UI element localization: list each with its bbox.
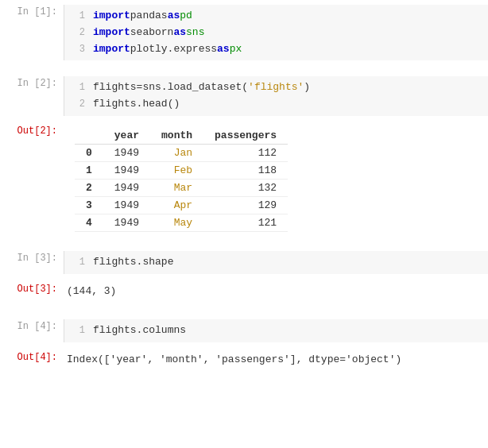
cell-month: Jan <box>150 144 203 161</box>
code-token-punc: . <box>137 254 143 271</box>
code-token-var: flights <box>93 254 137 271</box>
table-row: 01949Jan112 <box>75 144 288 161</box>
cell-in4: In [4]:1flights.columns <box>0 315 488 346</box>
line-number: 1 <box>71 255 85 270</box>
row-index: 1 <box>75 161 103 179</box>
code-line: 1flights = sns.load_dataset('flights') <box>71 79 482 96</box>
code-token-var: flights <box>93 96 137 113</box>
row-index: 3 <box>75 196 103 214</box>
code-block-in3: 1flights.shape <box>64 251 488 274</box>
code-line: 1import pandas as pd <box>71 8 482 25</box>
in-label-in4: In [4]: <box>0 319 64 332</box>
code-token-punc: = <box>137 79 143 96</box>
code-token-mod: seaborn <box>130 25 174 41</box>
code-block-in2: 1flights = sns.load_dataset('flights')2f… <box>64 76 488 116</box>
code-token-kw: import <box>93 41 130 58</box>
in-label-in3: In [3]: <box>0 251 64 264</box>
code-token-kw: import <box>93 25 130 41</box>
table-row: 41949May121 <box>75 214 288 231</box>
code-token-func: head <box>142 96 167 113</box>
code-token-kw-as: as <box>173 25 186 41</box>
code-line: 1flights.columns <box>71 322 482 339</box>
cell-year: 1949 <box>103 196 150 214</box>
code-token-alias: sns <box>186 25 204 41</box>
line-number: 3 <box>71 42 85 57</box>
output-row-in4: Out[4]:Index(['year', 'month', 'passenge… <box>0 346 488 375</box>
cell-passengers: 118 <box>203 161 288 179</box>
code-token-kw-as: as <box>217 41 230 58</box>
code-token-punc: ) <box>304 79 310 96</box>
code-token-var: flights <box>93 79 137 96</box>
out-label-in2: Out[2]: <box>0 121 64 137</box>
cell-month: Mar <box>150 179 203 196</box>
cell-passengers: 132 <box>203 179 288 196</box>
cell-year: 1949 <box>103 214 150 231</box>
cell-month: May <box>150 214 203 231</box>
code-token-func: load_dataset <box>168 79 242 96</box>
out-label-in3: Out[3]: <box>0 279 64 295</box>
cell-in3: In [3]:1flights.shape <box>0 246 488 277</box>
cell-year: 1949 <box>103 161 150 179</box>
code-token-punc: . <box>137 96 143 113</box>
cell-passengers: 121 <box>203 214 288 231</box>
code-block-in4: 1flights.columns <box>64 319 488 342</box>
line-number: 1 <box>71 9 85 24</box>
cell-in2: In [2]:1flights = sns.load_dataset('flig… <box>0 71 488 119</box>
code-line: 2flights.head() <box>71 96 482 113</box>
row-index: 4 <box>75 214 103 231</box>
table-header: passengers <box>203 127 288 145</box>
code-token-alias: pd <box>180 8 192 25</box>
code-token-var: flights <box>93 322 137 339</box>
table-header <box>75 127 103 145</box>
cell-year: 1949 <box>103 179 150 196</box>
dataframe-table: yearmonthpassengers01949Jan11211949Feb11… <box>75 127 288 232</box>
code-token-mod: plotly.express <box>130 41 217 58</box>
table-header: year <box>103 127 150 145</box>
notebook: In [1]:1import pandas as pd2import seabo… <box>0 0 488 383</box>
in-label-in1: In [1]: <box>0 5 64 17</box>
table-row: 21949Mar132 <box>75 179 288 196</box>
table-row: 31949Apr129 <box>75 196 288 214</box>
cell-in1: In [1]:1import pandas as pd2import seabo… <box>0 0 488 64</box>
out-content-in2: yearmonthpassengers01949Jan11211949Feb11… <box>64 121 488 232</box>
index-output: Index(['year', 'month', 'passengers'], d… <box>67 350 488 369</box>
code-line: 2import seaborn as sns <box>71 25 482 41</box>
table-header: month <box>150 127 203 145</box>
line-number: 1 <box>71 80 85 95</box>
code-token-kw-as: as <box>168 8 180 25</box>
code-token-punc: ( <box>242 79 248 96</box>
code-token-punc: () <box>168 96 180 113</box>
line-number: 2 <box>71 25 85 41</box>
code-line: 1flights.shape <box>71 254 482 271</box>
cell-year: 1949 <box>103 144 150 161</box>
code-token-kw: import <box>93 8 130 25</box>
out-content-in4: Index(['year', 'month', 'passengers'], d… <box>64 347 488 369</box>
code-token-punc: . <box>161 79 168 96</box>
cell-month: Apr <box>150 196 203 214</box>
out-label-in4: Out[4]: <box>0 347 64 363</box>
code-token-str: 'flights' <box>248 79 304 96</box>
code-token-alias: px <box>230 41 242 58</box>
table-row: 11949Feb118 <box>75 161 288 179</box>
code-token-mod: pandas <box>130 8 168 25</box>
code-token-func: columns <box>142 322 186 339</box>
row-index: 0 <box>75 144 103 161</box>
line-number: 1 <box>71 323 85 338</box>
code-line: 3import plotly.express as px <box>71 41 482 58</box>
scalar-output: (144, 3) <box>67 282 488 300</box>
output-row-in3: Out[3]:(144, 3) <box>0 277 488 307</box>
code-token-var: sns <box>142 79 161 96</box>
output-row-in2: Out[2]:yearmonthpassengers01949Jan112119… <box>0 119 488 238</box>
cell-passengers: 129 <box>203 196 288 214</box>
cell-month: Feb <box>150 161 203 179</box>
line-number: 2 <box>71 97 85 112</box>
code-token-punc: . <box>137 322 143 339</box>
out-content-in3: (144, 3) <box>64 279 488 300</box>
code-token-func: shape <box>142 254 173 271</box>
cell-passengers: 112 <box>203 144 288 161</box>
row-index: 2 <box>75 179 103 196</box>
code-block-in1: 1import pandas as pd2import seaborn as s… <box>64 5 488 60</box>
in-label-in2: In [2]: <box>0 76 64 89</box>
